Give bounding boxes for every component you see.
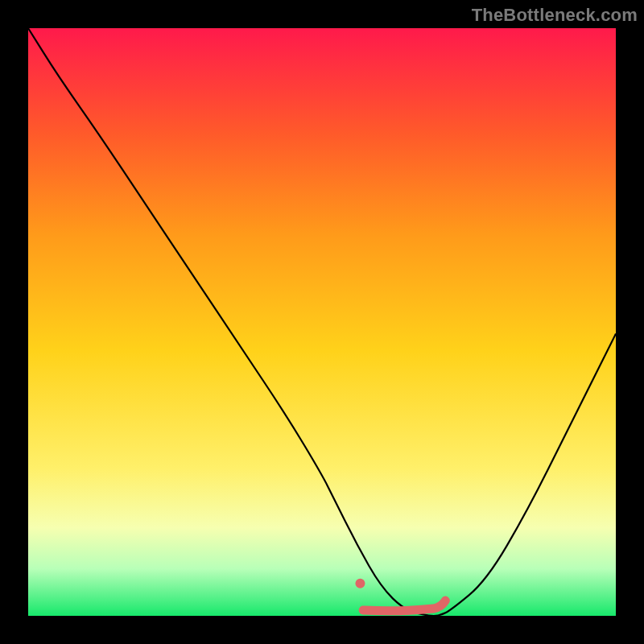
chart-frame: TheBottleneck.com [0,0,644,644]
curve-layer [28,28,616,616]
optimal-range-band [363,601,445,611]
bottleneck-curve [28,28,616,616]
watermark-text: TheBottleneck.com [472,5,638,26]
optimal-point-marker [355,579,365,588]
